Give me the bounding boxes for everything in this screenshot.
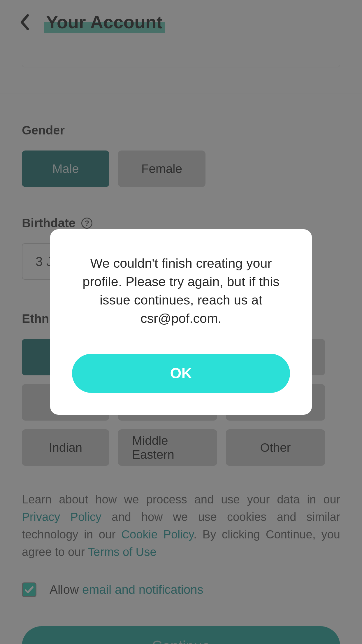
modal-overlay: We couldn't finish creating your profile… — [0, 0, 362, 644]
error-dialog: We couldn't finish creating your profile… — [50, 229, 312, 415]
dialog-message: We couldn't finish creating your profile… — [71, 254, 291, 328]
dialog-ok-button[interactable]: OK — [72, 354, 290, 393]
